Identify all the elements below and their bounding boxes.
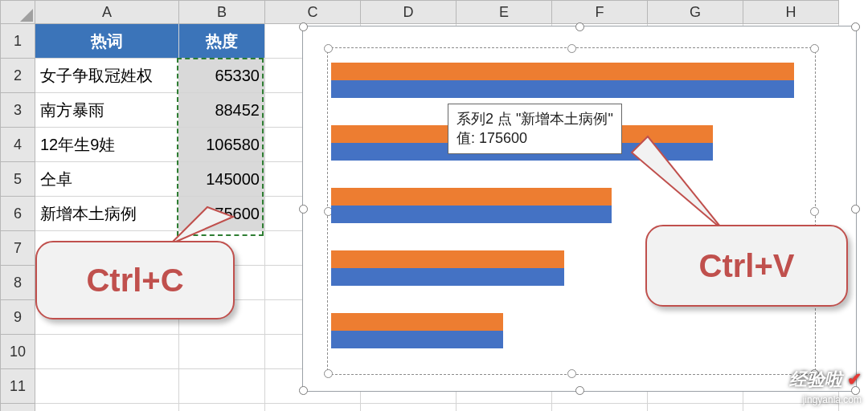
bar-group[interactable] — [331, 58, 812, 109]
col-head-h[interactable]: H — [743, 1, 839, 24]
row-head-11[interactable]: 11 — [1, 369, 35, 404]
chart-object[interactable]: 系列2 点 "新增本土病例" 值: 175600 — [302, 26, 857, 392]
callout-ctrl-v: Ctrl+V — [645, 225, 848, 307]
cell-b4[interactable]: 106580 — [179, 128, 265, 162]
tooltip-line1: 系列2 点 "新增本土病例" — [457, 111, 613, 127]
cell[interactable] — [35, 369, 179, 404]
chart-plot-area[interactable] — [327, 47, 816, 375]
cell-a6[interactable]: 新增本土病例 — [35, 197, 179, 231]
bar-series2[interactable] — [331, 313, 503, 331]
cell[interactable] — [179, 369, 265, 404]
watermark-brand: 经验啦 — [789, 369, 842, 389]
cell-a4[interactable]: 12年生9娃 — [35, 128, 179, 162]
cell-a3[interactable]: 南方暴雨 — [35, 93, 179, 128]
cell-a5[interactable]: 仝卓 — [35, 162, 179, 197]
bar-series1[interactable] — [331, 331, 503, 348]
resize-handle[interactable] — [851, 22, 860, 31]
resize-handle[interactable] — [299, 386, 308, 395]
row-head-3[interactable]: 3 — [1, 93, 35, 128]
header-a1[interactable]: 热词 — [35, 24, 179, 59]
resize-handle[interactable] — [299, 205, 308, 214]
cell-b3[interactable]: 88452 — [179, 93, 265, 128]
bar-series1[interactable] — [331, 268, 564, 286]
cell-b6[interactable]: 175600 — [179, 197, 265, 231]
bar-series2[interactable] — [331, 250, 564, 268]
watermark: 经验啦 ✔ jingyanla.com — [789, 371, 862, 406]
col-head-a[interactable]: A — [35, 1, 179, 24]
cell-a2[interactable]: 女子争取冠姓权 — [35, 59, 179, 93]
resize-handle[interactable] — [567, 369, 576, 378]
cell[interactable] — [35, 335, 179, 369]
row-head-10[interactable]: 10 — [1, 335, 35, 369]
resize-handle[interactable] — [810, 44, 819, 53]
cell[interactable] — [179, 404, 265, 412]
bar-series1[interactable] — [331, 206, 612, 223]
resize-handle[interactable] — [575, 386, 584, 395]
row-head-1[interactable]: 1 — [1, 24, 35, 59]
row-head-9[interactable]: 9 — [1, 300, 35, 335]
callout-ctrl-c: Ctrl+C — [35, 241, 235, 319]
row-head-2[interactable]: 2 — [1, 59, 35, 93]
bar-series1[interactable] — [331, 80, 794, 98]
cell-b2[interactable]: 65330 — [179, 59, 265, 93]
resize-handle[interactable] — [299, 22, 308, 31]
cell[interactable] — [552, 404, 648, 412]
row-head-6[interactable]: 6 — [1, 197, 35, 231]
bar-group[interactable] — [331, 308, 812, 360]
col-head-f[interactable]: F — [552, 1, 648, 24]
col-head-d[interactable]: D — [361, 1, 457, 24]
row-head-5[interactable]: 5 — [1, 162, 35, 197]
select-all-corner[interactable] — [1, 1, 35, 24]
cell[interactable] — [361, 404, 457, 412]
resize-handle[interactable] — [567, 44, 576, 53]
row-head-8[interactable]: 8 — [1, 266, 35, 300]
cell[interactable] — [648, 404, 743, 412]
cell[interactable] — [457, 404, 552, 412]
resize-handle[interactable] — [575, 22, 584, 31]
check-icon: ✔ — [847, 369, 862, 389]
col-head-b[interactable]: B — [179, 1, 265, 24]
row-head-7[interactable]: 7 — [1, 231, 35, 266]
col-head-g[interactable]: G — [648, 1, 743, 24]
cell[interactable] — [35, 404, 179, 412]
resize-handle[interactable] — [324, 44, 333, 53]
tooltip-line2: 值: 175600 — [457, 130, 527, 146]
cell[interactable] — [265, 404, 361, 412]
row-head-12[interactable]: 12 — [1, 404, 35, 412]
row-head-4[interactable]: 4 — [1, 128, 35, 162]
chart-tooltip: 系列2 点 "新增本土病例" 值: 175600 — [448, 104, 622, 154]
cell-b5[interactable]: 145000 — [179, 162, 265, 197]
header-b1[interactable]: 热度 — [179, 24, 265, 59]
resize-handle[interactable] — [324, 369, 333, 378]
resize-handle[interactable] — [851, 205, 860, 214]
bar-series2[interactable] — [331, 188, 612, 206]
cell[interactable] — [179, 335, 265, 369]
watermark-url: jingyanla.com — [803, 394, 862, 405]
bar-series2[interactable] — [331, 63, 794, 80]
col-head-e[interactable]: E — [457, 1, 552, 24]
col-head-c[interactable]: C — [265, 1, 361, 24]
